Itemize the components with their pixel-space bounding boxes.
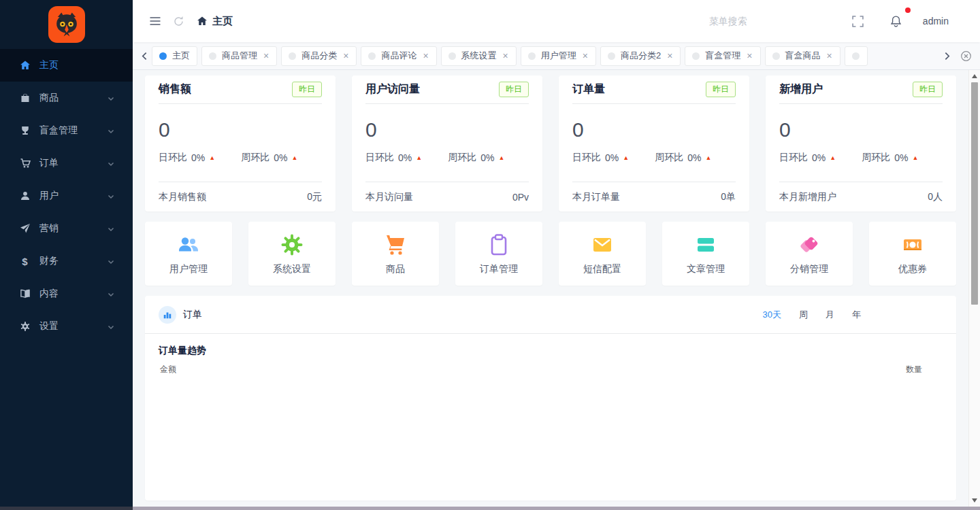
menu-search-input[interactable] bbox=[709, 16, 818, 27]
tab-home[interactable]: 主页 bbox=[152, 46, 197, 66]
breadcrumb-label: 主页 bbox=[212, 15, 233, 28]
stat-footer-value: 0人 bbox=[928, 191, 943, 203]
stat-footer-value: 0元 bbox=[307, 191, 322, 203]
stat-footer-label: 本月销售额 bbox=[159, 191, 206, 203]
quick-action-label: 文章管理 bbox=[687, 263, 725, 275]
quick-action-article-manage[interactable]: 文章管理 bbox=[662, 222, 749, 286]
tab-dot bbox=[368, 52, 376, 60]
quick-action-coupon[interactable]: 优惠券 bbox=[869, 222, 956, 286]
day-ratio: 日环比0%▲ bbox=[365, 152, 422, 164]
close-icon[interactable]: × bbox=[582, 51, 589, 61]
tab-blindbox-manage[interactable]: 盲盒管理× bbox=[685, 46, 760, 66]
quick-action-distribution[interactable]: 分销管理 bbox=[766, 222, 853, 286]
stat-card-visits: 用户访问量昨日 0 日环比0%▲ 周环比0%▲ 本月访问量0Pv bbox=[352, 75, 542, 211]
close-icon[interactable]: × bbox=[666, 51, 673, 61]
quick-action-order-manage[interactable]: 订单管理 bbox=[455, 222, 542, 286]
sidebar-item-label: 商品 bbox=[39, 92, 107, 104]
mail-icon bbox=[590, 233, 615, 257]
tab-goods-category[interactable]: 商品分类× bbox=[281, 46, 357, 66]
tab-goods-manage[interactable]: 商品管理× bbox=[201, 46, 277, 66]
tab-goods-review[interactable]: 商品评论× bbox=[361, 46, 436, 66]
quick-action-label: 订单管理 bbox=[480, 263, 518, 275]
vertical-scrollbar[interactable] bbox=[968, 70, 980, 507]
scroll-down-arrow-icon[interactable] bbox=[972, 498, 977, 503]
quick-action-user-manage[interactable]: 用户管理 bbox=[145, 222, 232, 286]
quick-action-label: 商品 bbox=[386, 263, 405, 275]
close-all-tabs-icon[interactable] bbox=[957, 47, 975, 65]
order-chart-card: 订单 30天 周 月 年 订单量趋势 金额 数量 bbox=[145, 296, 956, 500]
sidebar-item-finance[interactable]: $ 财务 bbox=[0, 245, 133, 277]
goods-icon bbox=[19, 92, 31, 104]
tab-system-settings[interactable]: 系统设置× bbox=[441, 46, 517, 66]
week-ratio: 周环比0%▲ bbox=[241, 152, 297, 164]
hamburger-menu-icon[interactable] bbox=[144, 10, 167, 33]
range-month[interactable]: 月 bbox=[826, 309, 834, 321]
quick-action-goods[interactable]: 商品 bbox=[352, 222, 439, 286]
range-30days[interactable]: 30天 bbox=[763, 309, 781, 321]
yesterday-badge: 昨日 bbox=[499, 82, 529, 97]
bar-chart-icon bbox=[159, 306, 176, 324]
home-icon bbox=[197, 16, 208, 27]
sidebar-item-label: 设置 bbox=[39, 320, 107, 333]
range-year[interactable]: 年 bbox=[852, 309, 861, 321]
tab-dot bbox=[448, 52, 456, 60]
sidebar: 主页 商品 盲盒管理 订单 用户 营销 $ 财务 bbox=[0, 0, 133, 510]
logo-area[interactable] bbox=[0, 0, 133, 49]
notification-bell-icon[interactable] bbox=[885, 10, 908, 33]
tabs-scroll-left-icon[interactable] bbox=[137, 46, 152, 65]
tab-dot bbox=[209, 52, 216, 60]
sidebar-item-label: 订单 bbox=[39, 157, 107, 169]
close-icon[interactable]: × bbox=[342, 51, 349, 61]
tabs-scroll-right-icon[interactable] bbox=[939, 46, 954, 65]
sidebar-item-label: 营销 bbox=[39, 222, 107, 235]
breadcrumb[interactable]: 主页 bbox=[197, 15, 233, 28]
tab-user-manage[interactable]: 用户管理× bbox=[521, 46, 596, 66]
tab-blindbox-goods[interactable]: 盲盒商品× bbox=[765, 46, 840, 66]
close-icon[interactable]: × bbox=[826, 51, 833, 61]
scroll-up-arrow-icon[interactable] bbox=[972, 74, 977, 78]
stat-title: 用户访问量 bbox=[365, 82, 420, 97]
sidebar-item-settings[interactable]: 设置 bbox=[0, 310, 133, 343]
sidebar-item-content[interactable]: 内容 bbox=[0, 277, 133, 310]
quick-action-system-settings[interactable]: 系统设置 bbox=[248, 222, 336, 286]
caret-up-icon: ▲ bbox=[705, 155, 711, 161]
close-icon[interactable]: × bbox=[263, 51, 270, 61]
close-icon[interactable]: × bbox=[502, 51, 509, 61]
user-menu[interactable]: admin bbox=[923, 16, 949, 27]
stat-title: 订单量 bbox=[572, 82, 605, 97]
tab-dot bbox=[852, 52, 860, 60]
quick-action-sms-config[interactable]: 短信配置 bbox=[559, 222, 646, 286]
day-ratio: 日环比0%▲ bbox=[779, 152, 836, 164]
quick-action-label: 系统设置 bbox=[273, 263, 311, 275]
left-axis-label: 金额 bbox=[160, 364, 176, 375]
quick-action-label: 用户管理 bbox=[169, 263, 208, 275]
gear-icon bbox=[19, 321, 31, 333]
stat-footer-label: 本月订单量 bbox=[572, 191, 620, 203]
refresh-icon[interactable] bbox=[167, 10, 190, 33]
scrollbar-thumb[interactable] bbox=[971, 82, 978, 305]
notification-badge bbox=[905, 7, 911, 13]
sidebar-item-home[interactable]: 主页 bbox=[0, 49, 133, 82]
sidebar-item-goods[interactable]: 商品 bbox=[0, 82, 133, 114]
order-trend-chart: 订单量趋势 金额 数量 bbox=[145, 334, 956, 375]
chevron-down-icon bbox=[107, 290, 115, 298]
close-icon[interactable]: × bbox=[746, 51, 753, 61]
range-week[interactable]: 周 bbox=[799, 309, 808, 321]
sidebar-item-blindbox[interactable]: 盲盒管理 bbox=[0, 114, 133, 147]
fullscreen-icon[interactable] bbox=[847, 10, 870, 33]
week-ratio: 周环比0%▲ bbox=[655, 152, 711, 164]
tab-goods-category2[interactable]: 商品分类2× bbox=[600, 46, 681, 66]
tab-dot bbox=[608, 52, 615, 60]
quick-action-label: 优惠券 bbox=[898, 263, 927, 275]
sidebar-item-orders[interactable]: 订单 bbox=[0, 147, 133, 180]
sidebar-item-label: 盲盒管理 bbox=[39, 124, 107, 137]
chevron-down-icon bbox=[107, 126, 115, 135]
close-icon[interactable]: × bbox=[422, 51, 429, 61]
stat-footer-value: 0Pv bbox=[512, 192, 529, 203]
yesterday-badge: 昨日 bbox=[913, 82, 943, 97]
tab-partial[interactable] bbox=[845, 46, 868, 66]
sidebar-item-marketing[interactable]: 营销 bbox=[0, 212, 133, 245]
yesterday-badge: 昨日 bbox=[706, 82, 736, 97]
sidebar-item-users[interactable]: 用户 bbox=[0, 180, 133, 212]
sidebar-item-label: 内容 bbox=[39, 288, 107, 300]
